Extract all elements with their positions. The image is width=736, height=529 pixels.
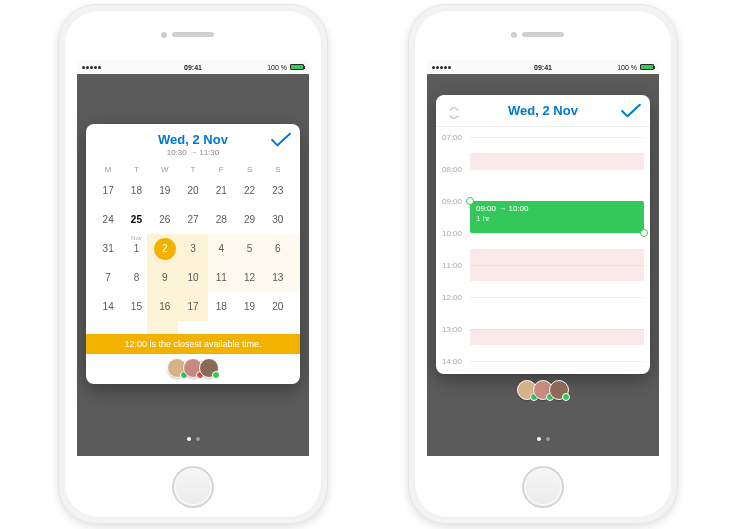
day-cell[interactable]: 26 xyxy=(151,205,179,234)
day-cell[interactable]: 14 xyxy=(94,292,122,321)
dow-label: M xyxy=(94,165,122,174)
day-cell[interactable]: 15 xyxy=(122,292,150,321)
speaker-grille-icon xyxy=(172,32,214,37)
phone-bezel: 09:41 100 % Wed, 2 Nov xyxy=(414,10,672,518)
front-camera-icon xyxy=(161,32,167,38)
day-cell[interactable]: Nov 1 xyxy=(122,234,150,263)
day-cell[interactable]: 13 xyxy=(264,263,292,292)
day-cell[interactable]: 17 xyxy=(94,176,122,205)
home-button[interactable] xyxy=(172,466,214,508)
month-grid: 17 18 19 20 21 22 23 24 25 26 27 xyxy=(86,176,300,321)
day-cell[interactable]: 22 xyxy=(235,176,263,205)
dow-label: S xyxy=(264,165,292,174)
status-bar: 09:41 100 % xyxy=(427,60,659,74)
hour-label: 14:00 xyxy=(442,357,462,366)
hour-label: 10:00 xyxy=(442,229,462,238)
confirm-button[interactable] xyxy=(270,132,292,152)
day-cell[interactable]: 29 xyxy=(235,205,263,234)
day-cell[interactable]: 19 xyxy=(151,176,179,205)
day-cell[interactable]: 9 xyxy=(151,263,179,292)
page-indicator xyxy=(427,437,659,441)
phone-bezel: 09:41 100 % Wed, 2 Nov 10:30 → 11:30 xyxy=(64,10,322,518)
proposed-event[interactable]: 09:00 → 10:00 1 hr xyxy=(470,201,644,233)
resize-handle-icon[interactable] xyxy=(466,197,474,205)
screen-left: 09:41 100 % Wed, 2 Nov 10:30 → 11:30 xyxy=(77,60,309,456)
day-cell[interactable]: 11 xyxy=(207,263,235,292)
card-title: Wed, 2 Nov xyxy=(446,103,640,118)
resize-handle-icon[interactable] xyxy=(640,229,648,237)
day-timeline[interactable]: 07:00 08:00 09:00 10:00 11:00 12:00 13:0… xyxy=(436,129,650,374)
hour-label: 09:00 xyxy=(442,197,462,206)
confirm-button[interactable] xyxy=(620,103,642,123)
dow-label: F xyxy=(207,165,235,174)
event-duration-label: 1 hr xyxy=(476,214,638,224)
status-time: 09:41 xyxy=(184,64,202,71)
weekday-header: M T W T F S S xyxy=(86,161,300,176)
day-cell-today[interactable]: 25 xyxy=(122,205,150,234)
day-cell[interactable]: 21 xyxy=(207,176,235,205)
day-cell[interactable]: 27 xyxy=(179,205,207,234)
card-header: Wed, 2 Nov xyxy=(436,95,650,127)
day-cell[interactable]: 4 xyxy=(207,234,235,263)
dow-label: W xyxy=(151,165,179,174)
page-dot-icon xyxy=(196,437,200,441)
hour-line xyxy=(470,233,644,234)
day-cell[interactable]: 12 xyxy=(235,263,263,292)
day-cell[interactable]: 8 xyxy=(122,263,150,292)
day-cell[interactable]: 18 xyxy=(122,176,150,205)
home-button[interactable] xyxy=(522,466,564,508)
dow-label: T xyxy=(122,165,150,174)
avatar[interactable] xyxy=(199,358,219,378)
status-bar: 09:41 100 % xyxy=(77,60,309,74)
day-cell[interactable]: 17 xyxy=(179,292,207,321)
card-title: Wed, 2 Nov xyxy=(96,132,290,147)
grid-row: 17 18 19 20 21 22 23 xyxy=(94,176,292,205)
attendees-row[interactable] xyxy=(86,356,300,380)
avatar[interactable] xyxy=(549,380,569,400)
hour-label: 07:00 xyxy=(442,133,462,142)
busy-block xyxy=(470,249,644,281)
battery-icon xyxy=(290,64,304,70)
day-cell[interactable]: 30 xyxy=(264,205,292,234)
hour-labels: 07:00 08:00 09:00 10:00 11:00 12:00 13:0… xyxy=(436,129,468,374)
page-dot-icon xyxy=(546,437,550,441)
day-cell[interactable]: 7 xyxy=(94,263,122,292)
day-cell[interactable]: 31 xyxy=(94,234,122,263)
grid-row: 7 8 9 10 11 12 13 xyxy=(94,263,292,292)
stage: 09:41 100 % Wed, 2 Nov 10:30 → 11:30 xyxy=(0,0,736,529)
battery-label: 100 % xyxy=(267,64,287,71)
day-picker-card: Wed, 2 Nov 07:00 08:00 09:00 10:00 11:00 xyxy=(436,95,650,374)
day-cell-selected[interactable]: 2 xyxy=(151,234,179,263)
closest-time-banner[interactable]: 12:00 is the closest available time. xyxy=(86,334,300,354)
day-cell[interactable]: 24 xyxy=(94,205,122,234)
screen-right: 09:41 100 % Wed, 2 Nov xyxy=(427,60,659,456)
signal-icon xyxy=(432,66,451,69)
speaker-grille-icon xyxy=(522,32,564,37)
hour-line xyxy=(470,361,644,362)
day-cell[interactable]: 20 xyxy=(264,292,292,321)
grid-row: 24 25 26 27 28 29 30 xyxy=(94,205,292,234)
busy-block xyxy=(470,329,644,345)
phone-frame-right: 09:41 100 % Wed, 2 Nov xyxy=(408,4,678,524)
day-cell[interactable]: 3 xyxy=(179,234,207,263)
hour-grid: 09:00 → 10:00 1 hr xyxy=(470,129,644,374)
status-time: 09:41 xyxy=(534,64,552,71)
day-cell[interactable]: 18 xyxy=(207,292,235,321)
day-cell[interactable]: 16 xyxy=(151,292,179,321)
day-cell[interactable]: 6 xyxy=(264,234,292,263)
day-cell[interactable]: 10 xyxy=(179,263,207,292)
hour-label: 11:00 xyxy=(442,261,462,270)
day-cell[interactable]: 23 xyxy=(264,176,292,205)
day-cell[interactable]: 5 xyxy=(235,234,263,263)
status-badge-icon xyxy=(212,371,220,379)
card-subtitle: 10:30 → 11:30 xyxy=(96,148,290,157)
drag-handle-icon[interactable] xyxy=(446,105,462,117)
day-cell[interactable]: 20 xyxy=(179,176,207,205)
attendees-row[interactable] xyxy=(427,376,659,404)
hour-label: 08:00 xyxy=(442,165,462,174)
page-dot-icon xyxy=(537,437,541,441)
day-cell[interactable]: 19 xyxy=(235,292,263,321)
signal-icon xyxy=(82,66,101,69)
status-badge-icon xyxy=(562,393,570,401)
day-cell[interactable]: 28 xyxy=(207,205,235,234)
